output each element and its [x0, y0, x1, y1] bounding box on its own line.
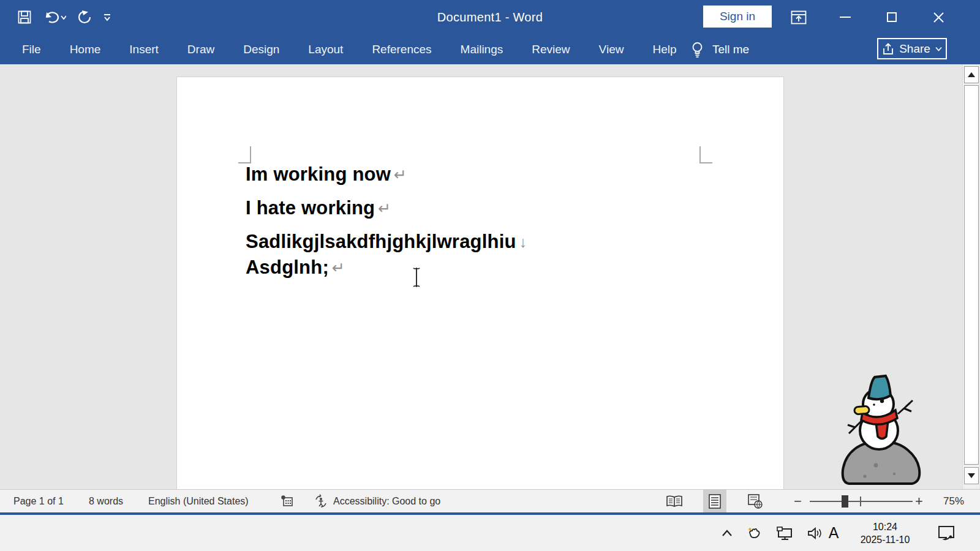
- chevron-up-icon: [722, 530, 733, 537]
- doc-line-2: I hate working ↵: [246, 197, 391, 219]
- doc-line-1-text: Im working now: [246, 163, 391, 186]
- action-center-button[interactable]: [937, 525, 956, 541]
- accessibility-icon: [314, 494, 328, 509]
- network-monitor-icon: [777, 527, 793, 540]
- accessibility-label: Accessibility: Good to go: [333, 496, 440, 507]
- close-icon: [933, 12, 944, 23]
- read-mode-icon: [666, 495, 683, 508]
- tab-mailings[interactable]: Mailings: [454, 43, 510, 56]
- action-center-icon: [937, 525, 956, 541]
- tab-draw[interactable]: Draw: [181, 43, 221, 56]
- scroll-down-button[interactable]: [964, 467, 979, 484]
- snowman-on-rock-image: [840, 373, 921, 486]
- volume-indicator[interactable]: [807, 527, 823, 540]
- doc-line-3: Sadlikgjlsakdfhjghkjlwraglhiu ↓: [246, 231, 527, 253]
- ribbon-tabs: File Home Insert Draw Design Layout Refe…: [16, 34, 683, 64]
- zoom-in-button[interactable]: +: [915, 490, 923, 513]
- scrollbar-thumb[interactable]: [964, 85, 979, 465]
- read-mode-button[interactable]: [663, 490, 686, 513]
- tell-me-control[interactable]: Tell me: [691, 34, 749, 64]
- web-layout-icon: [748, 494, 763, 509]
- network-indicator[interactable]: [777, 527, 793, 540]
- paragraph-mark: ↵: [394, 166, 407, 184]
- tab-view[interactable]: View: [593, 43, 630, 56]
- document-canvas: Im working now ↵ I hate working ↵ Sadlik…: [0, 64, 980, 490]
- paragraph-mark: ↵: [332, 259, 345, 277]
- share-button[interactable]: Share: [877, 38, 947, 59]
- margin-mark-right: [700, 162, 712, 163]
- tab-home[interactable]: Home: [64, 43, 107, 56]
- paragraph-mark: ↵: [378, 200, 391, 217]
- document-page[interactable]: Im working now ↵ I hate working ↵ Sadlik…: [176, 77, 784, 490]
- ribbon-display-options-button[interactable]: [779, 0, 818, 34]
- title-bar: Document1 - Word Sign in: [0, 0, 980, 34]
- language-indicator[interactable]: English (United States): [148, 490, 249, 513]
- doc-line-2-text: I hate working: [246, 197, 375, 219]
- tab-layout[interactable]: Layout: [302, 43, 349, 56]
- zoom-slider-track[interactable]: [810, 501, 913, 502]
- tab-file[interactable]: File: [16, 43, 47, 56]
- redo-button[interactable]: [77, 10, 92, 24]
- minimize-button[interactable]: [826, 0, 865, 34]
- accessibility-status[interactable]: Accessibility: Good to go: [314, 490, 440, 513]
- share-icon: [882, 43, 894, 55]
- doc-line-4: Asdglnh; ↵: [246, 257, 345, 279]
- zoom-level[interactable]: 75%: [943, 490, 964, 513]
- save-button[interactable]: [17, 10, 32, 24]
- margin-mark-right-v: [699, 146, 701, 163]
- chevron-down-icon: [935, 47, 942, 51]
- zoom-slider-thumb[interactable]: [842, 495, 848, 508]
- tab-references[interactable]: References: [366, 43, 437, 56]
- close-button[interactable]: [919, 0, 958, 34]
- tab-design[interactable]: Design: [237, 43, 285, 56]
- customize-overflow-icon: [103, 12, 111, 22]
- system-tray: [722, 515, 823, 551]
- tab-insert[interactable]: Insert: [123, 43, 165, 56]
- touch-indicator[interactable]: [747, 527, 762, 540]
- tab-review[interactable]: Review: [526, 43, 576, 56]
- minimize-icon: [840, 16, 851, 18]
- ime-indicator[interactable]: A: [823, 515, 844, 551]
- touch-glove-icon: [747, 527, 762, 540]
- maximize-icon: [887, 12, 897, 22]
- taskbar-clock[interactable]: 10:24 2025-11-10: [846, 515, 924, 551]
- floppy-save-icon: [17, 10, 32, 24]
- share-label: Share: [899, 42, 930, 56]
- page-count[interactable]: Page 1 of 1: [13, 490, 64, 513]
- undo-arrow-icon: [43, 10, 66, 24]
- tell-me-label: Tell me: [712, 43, 749, 56]
- tray-expand-button[interactable]: [722, 530, 733, 537]
- clock-date: 2025-11-10: [861, 533, 910, 546]
- tab-help[interactable]: Help: [646, 43, 682, 56]
- proofing-indicator[interactable]: [281, 490, 294, 513]
- line-break-mark: ↓: [519, 233, 527, 251]
- scroll-up-button[interactable]: [964, 66, 979, 83]
- margin-mark-left-v: [250, 146, 251, 163]
- maximize-button[interactable]: [872, 0, 911, 34]
- ribbon-display-options-icon: [791, 10, 807, 24]
- proofing-icon: [281, 495, 294, 508]
- zoom-slider-center-tick: [860, 497, 861, 506]
- quick-access-toolbar: [17, 6, 111, 28]
- print-layout-button[interactable]: [703, 490, 726, 513]
- print-layout-icon: [709, 494, 721, 509]
- doc-line-4-text: Asdglnh;: [246, 257, 329, 279]
- triangle-down-icon: [968, 473, 975, 478]
- speaker-icon: [807, 527, 823, 540]
- sign-in-button[interactable]: Sign in: [703, 6, 772, 28]
- triangle-up-icon: [968, 72, 975, 77]
- zoom-out-button[interactable]: −: [794, 490, 802, 513]
- web-layout-button[interactable]: [744, 490, 767, 513]
- redo-arrow-icon: [77, 10, 92, 24]
- undo-button[interactable]: [43, 10, 66, 24]
- word-count[interactable]: 8 words: [89, 490, 123, 513]
- clock-time: 10:24: [873, 520, 897, 533]
- doc-line-1: Im working now ↵: [246, 163, 407, 186]
- ibeam-cursor: [411, 267, 422, 288]
- customize-quick-access-button[interactable]: [103, 12, 111, 22]
- lightbulb-icon: [691, 41, 704, 58]
- snowman-sticker: [840, 373, 921, 486]
- doc-line-3-text: Sadlikgjlsakdfhjghkjlwraglhiu: [246, 231, 516, 253]
